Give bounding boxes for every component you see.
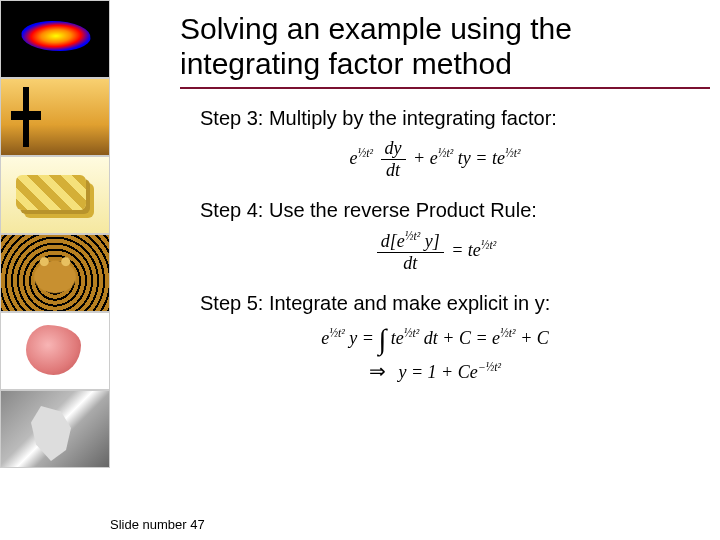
slide-content: Solving an example using the integrating… [120,0,710,540]
pumpjack-thumb [0,78,110,156]
equation-3: e½t² dydt + e½t² ty = te½t² [180,138,690,181]
leopard-thumb [0,234,110,312]
sidebar-thumbnails [0,0,110,540]
gold-thumb [0,156,110,234]
sim-thumb [0,0,110,78]
slide-footer: Slide number 47 [110,517,205,532]
title-underline [180,87,710,89]
step-3-label: Step 3: Multiply by the integrating fact… [200,107,690,130]
satellite-thumb [0,390,110,468]
liver-thumb [0,312,110,390]
step-5-label: Step 5: Integrate and make explicit in y… [200,292,690,315]
equation-5: e½t² y = ∫ te½t² dt + C = e½t² + C ⇒ y =… [180,323,690,383]
slide-title: Solving an example using the integrating… [180,12,690,81]
step-4-label: Step 4: Use the reverse Product Rule: [200,199,690,222]
equation-4: d[e½t² y] dt = te½t² [180,230,690,274]
